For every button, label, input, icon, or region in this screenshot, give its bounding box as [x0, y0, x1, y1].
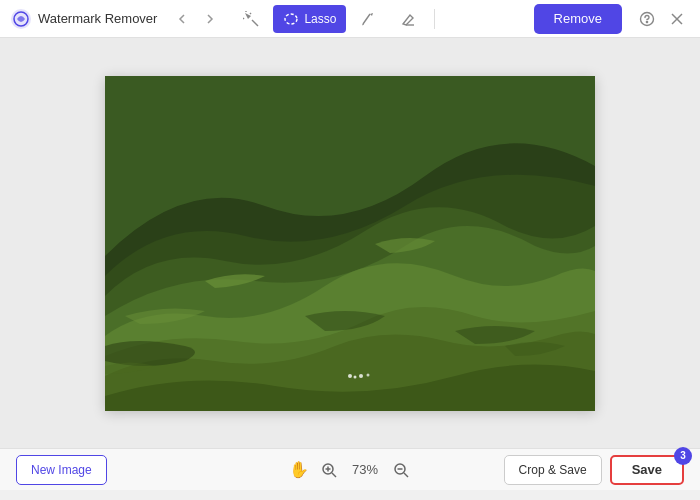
- svg-line-5: [243, 18, 244, 19]
- zoom-out-button[interactable]: [389, 458, 413, 482]
- svg-point-17: [367, 373, 370, 376]
- crop-save-button[interactable]: Crop & Save: [504, 455, 602, 485]
- new-image-button[interactable]: New Image: [16, 455, 107, 485]
- save-badge: 3: [674, 447, 692, 465]
- status-bar: New Image ✋ 73% Crop & Save Save: [0, 448, 700, 490]
- svg-point-15: [354, 375, 357, 378]
- magic-wand-button[interactable]: [233, 5, 269, 33]
- nav-buttons: [169, 6, 223, 32]
- landscape-svg: [105, 76, 595, 411]
- svg-point-10: [646, 21, 647, 22]
- save-button[interactable]: Save: [610, 455, 684, 485]
- forward-button[interactable]: [197, 6, 223, 32]
- svg-point-16: [359, 374, 363, 378]
- toolbar-separator: [434, 9, 435, 29]
- back-button[interactable]: [169, 6, 195, 32]
- zoom-controls: ✋ 73%: [287, 458, 413, 482]
- bottom-right-actions: Crop & Save Save 3: [504, 455, 684, 485]
- main-image: [105, 76, 595, 411]
- title-bar: Watermark Remover: [0, 0, 700, 38]
- toolbar: Lasso Remove: [233, 4, 622, 34]
- canvas-area: [0, 38, 700, 448]
- svg-point-14: [348, 374, 352, 378]
- image-container: [105, 76, 595, 411]
- svg-line-7: [363, 14, 370, 24]
- remove-button[interactable]: Remove: [534, 4, 622, 34]
- svg-line-2: [252, 20, 258, 26]
- eraser-button[interactable]: [390, 5, 426, 33]
- app-logo: [10, 8, 32, 30]
- brush-button[interactable]: [350, 5, 386, 33]
- app-title: Watermark Remover: [38, 11, 157, 26]
- bottom-left-actions: New Image: [16, 455, 107, 485]
- svg-line-21: [332, 473, 336, 477]
- svg-line-4: [250, 13, 251, 14]
- svg-line-24: [404, 473, 408, 477]
- zoom-in-button[interactable]: [317, 458, 341, 482]
- window-controls: [634, 6, 690, 32]
- lasso-label: Lasso: [304, 12, 336, 26]
- close-button[interactable]: [664, 6, 690, 32]
- zoom-level: 73%: [347, 462, 383, 477]
- lasso-button[interactable]: Lasso: [273, 5, 346, 33]
- svg-point-6: [285, 14, 297, 24]
- save-button-wrapper: Save 3: [610, 455, 684, 485]
- pan-button[interactable]: ✋: [287, 458, 311, 482]
- help-button[interactable]: [634, 6, 660, 32]
